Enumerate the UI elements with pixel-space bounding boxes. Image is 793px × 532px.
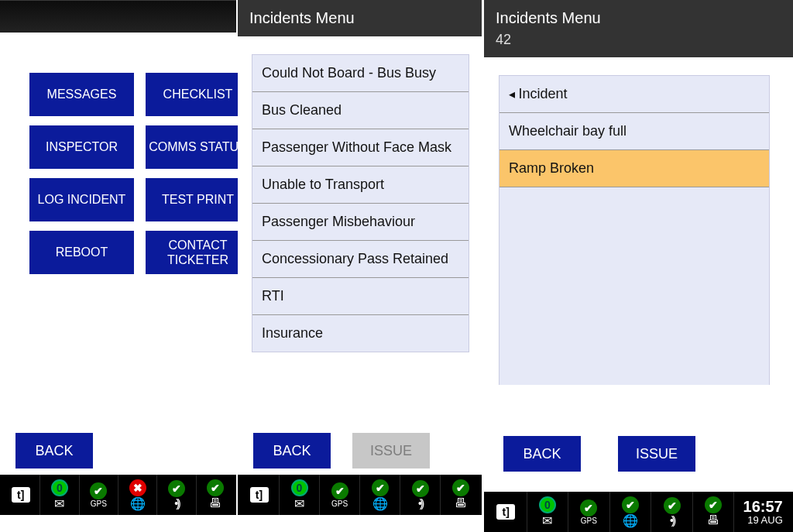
panel3-header: Incidents Menu 42 bbox=[484, 0, 793, 57]
back-button[interactable]: BACK bbox=[503, 436, 581, 472]
inspector-button[interactable]: INSPECTOR bbox=[29, 125, 134, 169]
main-menu-screen: MESSAGES CHECKLIST INSPECTOR COMMS STATU… bbox=[0, 0, 236, 515]
ticketer-logo: t] bbox=[239, 475, 280, 515]
contactless-icon: •)) bbox=[670, 514, 674, 527]
printer-status[interactable]: ✔ 🖶 bbox=[197, 475, 235, 515]
gps-status[interactable]: ✔ GPS bbox=[568, 492, 610, 532]
panel3-status-bar: t] 0 ✉ ✔ GPS ✔ 🌐 ✔ •)) ✔ 🖶 16:57 19 AUG bbox=[484, 492, 793, 532]
printer-icon: 🖶 bbox=[455, 496, 467, 510]
checklist-button[interactable]: CHECKLIST bbox=[146, 73, 250, 116]
messages-status[interactable]: 0 ✉ bbox=[280, 475, 320, 515]
incidents-list: Could Not Board - Bus Busy Bus Cleaned P… bbox=[252, 54, 469, 352]
panel3-subtitle: 42 bbox=[496, 32, 781, 48]
contactless-status[interactable]: ✔ •)) bbox=[400, 475, 441, 515]
panel3-title: Incidents Menu bbox=[496, 9, 781, 27]
back-button[interactable]: BACK bbox=[253, 433, 331, 469]
mail-icon: ✉ bbox=[54, 496, 64, 511]
mail-icon: ✉ bbox=[542, 513, 552, 528]
test-print-button[interactable]: TEST PRINT bbox=[146, 178, 250, 221]
list-item[interactable]: Passenger Without Face Mask bbox=[252, 129, 469, 166]
globe-icon: 🌐 bbox=[623, 513, 638, 528]
gps-status[interactable]: ✔ GPS bbox=[320, 475, 360, 515]
list-item[interactable]: Could Not Board - Bus Busy bbox=[252, 55, 469, 92]
comms-status-button[interactable]: COMMS STATUS bbox=[146, 125, 250, 169]
list-item[interactable]: Passenger Misbehaviour bbox=[252, 204, 469, 241]
panel3-bottom-bar: BACK ISSUE bbox=[484, 436, 793, 472]
reboot-button[interactable]: REBOOT bbox=[29, 231, 134, 274]
panel2-status-bar: t] 0 ✉ ✔ GPS ✔ 🌐 ✔ •)) ✔ 🖶 bbox=[238, 475, 482, 515]
clock: 16:57 19 AUG bbox=[734, 492, 791, 532]
incidents-menu-screen: Incidents Menu Could Not Board - Bus Bus… bbox=[238, 0, 482, 515]
breadcrumb-back-item[interactable]: Incident bbox=[499, 76, 769, 113]
printer-icon: 🖶 bbox=[209, 496, 221, 510]
panel1-bottom-bar: BACK bbox=[0, 433, 236, 469]
list-item[interactable]: Bus Cleaned bbox=[252, 92, 469, 129]
list-item[interactable]: Concessionary Pass Retained bbox=[252, 241, 469, 278]
list-item[interactable]: Insurance bbox=[252, 315, 469, 352]
incidents-submenu-screen: Incidents Menu 42 Incident Wheelchair ba… bbox=[484, 0, 793, 532]
messages-status[interactable]: 0 ✉ bbox=[527, 492, 569, 532]
printer-status[interactable]: ✔ 🖶 bbox=[441, 475, 480, 515]
issue-button[interactable]: ISSUE bbox=[618, 436, 695, 472]
messages-status[interactable]: 0 ✉ bbox=[40, 475, 79, 515]
list-item[interactable]: Wheelchair bay full bbox=[499, 113, 769, 150]
main-menu-grid: MESSAGES CHECKLIST INSPECTOR COMMS STATU… bbox=[0, 33, 236, 274]
contactless-status[interactable]: ✔ •)) bbox=[651, 492, 693, 532]
network-status[interactable]: ✖ 🌐 bbox=[118, 475, 157, 515]
panel2-bottom-bar: BACK ISSUE bbox=[238, 433, 482, 469]
contactless-icon: •)) bbox=[418, 497, 422, 510]
globe-icon: 🌐 bbox=[130, 496, 146, 511]
back-button[interactable]: BACK bbox=[15, 433, 93, 469]
contactless-icon: •)) bbox=[174, 497, 178, 510]
ticketer-logo: t] bbox=[486, 492, 527, 532]
globe-icon: 🌐 bbox=[372, 496, 388, 511]
network-status[interactable]: ✔ 🌐 bbox=[360, 475, 400, 515]
contact-ticketer-button[interactable]: CONTACT TICKETER bbox=[146, 231, 250, 274]
printer-status[interactable]: ✔ 🖶 bbox=[693, 492, 735, 532]
panel2-title: Incidents Menu bbox=[238, 0, 482, 36]
mail-icon: ✉ bbox=[294, 496, 304, 511]
clock-time: 16:57 bbox=[743, 498, 783, 515]
messages-button[interactable]: MESSAGES bbox=[29, 73, 134, 116]
incidents-list-wrap: Could Not Board - Bus Busy Bus Cleaned P… bbox=[252, 54, 469, 352]
gps-status[interactable]: ✔ GPS bbox=[80, 475, 118, 515]
list-item-selected[interactable]: Ramp Broken bbox=[499, 150, 769, 187]
list-item[interactable]: Unable to Transport bbox=[252, 166, 469, 204]
ticketer-logo: t] bbox=[2, 475, 40, 515]
panel1-status-bar: t] 0 ✉ ✔ GPS ✖ 🌐 ✔ •)) ✔ 🖶 bbox=[0, 475, 236, 515]
clock-date: 19 AUG bbox=[743, 515, 783, 526]
panel1-header bbox=[0, 0, 236, 33]
printer-icon: 🖶 bbox=[707, 513, 719, 527]
network-status[interactable]: ✔ 🌐 bbox=[610, 492, 652, 532]
contactless-status[interactable]: ✔ •)) bbox=[157, 475, 196, 515]
log-incident-button[interactable]: LOG INCIDENT bbox=[29, 178, 134, 221]
issue-button-disabled: ISSUE bbox=[352, 433, 430, 469]
list-item[interactable]: RTI bbox=[252, 278, 469, 315]
incidents-submenu-list: Incident Wheelchair bay full Ramp Broken bbox=[499, 75, 770, 385]
